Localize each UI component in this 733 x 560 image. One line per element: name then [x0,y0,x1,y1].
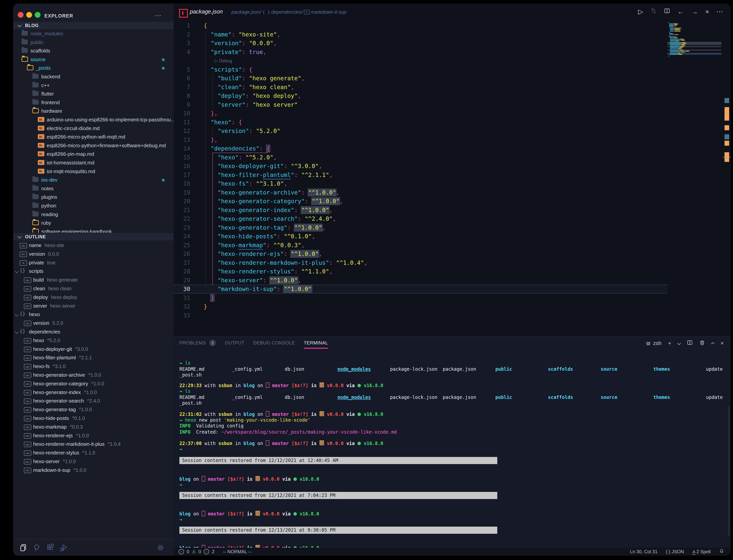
panel-tab-output[interactable]: OUTPUT [225,340,245,346]
tree-item[interactable]: scaffolds [13,47,174,55]
outline-item[interactable]: abccleanhexo clean [13,284,174,293]
tree-item[interactable]: c++ [13,81,174,90]
outline-item[interactable]: {}dependencies [13,327,174,336]
tree-item[interactable]: public [13,38,174,47]
split-terminal-icon[interactable] [687,340,693,347]
code-line[interactable]: 33 [174,311,731,320]
tree-item[interactable]: plugins [13,193,174,201]
outline-item[interactable]: abchexo-renderer-markdown-it-plus^1.0.4 [13,440,174,448]
outline-item[interactable]: abchexo-generator-tag^1.0.0 [13,405,174,414]
warnings-count[interactable]: 0 [199,549,201,554]
tree-item[interactable]: backend [13,72,174,81]
outline-item[interactable]: abcdeployhexo deploy [13,293,174,301]
code-line[interactable]: 23 "hexo-generator-tag": "^1.0.0", [174,223,731,232]
code-line[interactable]: 11 "hexo": { [174,118,731,127]
breadcrumb-file[interactable]: package.json/ [232,9,261,15]
code-line[interactable]: 25 "hexo-markmap": "^0.0.3", [174,241,731,250]
code-line[interactable]: 8 "deploy": "hexo deploy", [174,91,731,100]
breadcrumb-dependencies[interactable]: dependencies/ [271,9,303,15]
code-line[interactable]: 31 } [174,294,731,302]
cursor-position[interactable]: Ln 30, Col 31 [630,549,658,554]
editor-more-icon[interactable]: ⋯ [716,8,723,15]
code-line[interactable]: 13 }, [174,135,731,144]
tree-item[interactable]: M↓esp8266-pin-map.md [13,150,174,158]
outline-item[interactable]: abcbuildhexo generate [13,276,174,284]
outline-item[interactable]: {}scripts [13,267,174,275]
outline-item[interactable]: abchexo-renderer-ejs^1.0.0 [13,431,174,440]
tree-item[interactable]: frontend [13,98,174,107]
forward-icon[interactable]: → [691,8,698,15]
outline-item[interactable]: abchexo-fs^3.1.0 [13,362,174,371]
outline-item[interactable]: abchexo-server^1.0.0 [13,457,174,466]
code-line[interactable]: 3 "version": "0.0.0", [174,39,731,48]
code-line[interactable]: 16 "hexo-deployer-git": "^3.0.0", [174,162,731,171]
close-panel-icon[interactable]: × [721,340,724,346]
outline-item[interactable]: ⇄privatetrue [13,258,174,267]
terminal-dropdown-icon[interactable] [677,341,681,345]
code-line[interactable]: 1{ [174,21,731,30]
section-header-outline[interactable]: OUTLINE [13,233,174,240]
outline-item[interactable]: abcmarkdown-it-sup^1.0.0 [13,466,174,474]
tree-item[interactable]: ruby [13,219,174,227]
code-line[interactable]: 4 "private": true, [174,48,731,57]
active-tab[interactable]: package.json [190,8,223,15]
code-line[interactable]: 14 "dependencies": { [174,144,731,153]
tree-item[interactable]: flutter [13,90,174,98]
gear-icon[interactable] [156,543,165,552]
code-line[interactable]: 18 "hexo-fs": "^3.1.0", [174,179,731,188]
language-mode[interactable]: { } JSON [666,549,684,554]
outline-item[interactable]: abchexo-generator-index^1.0.0 [13,388,174,397]
tree-item[interactable]: python [13,201,174,210]
tree-item[interactable]: hardware [13,107,174,115]
tree-item[interactable]: _posts [13,64,174,72]
outline-item[interactable]: abchexo-generator-category^1.0.0 [13,379,174,388]
code-line[interactable]: 15 "hexo": "^5.2.0", [174,153,731,162]
errors-count[interactable]: 0 [187,549,189,554]
outline-item[interactable]: abcversion0.0.0 [13,250,174,258]
more-actions-icon[interactable]: ⋯ [155,12,162,19]
split-editor-icon[interactable] [664,8,670,15]
tree-item[interactable]: M↓arduino-uno-using-esp8266-to-implement… [13,115,174,124]
launch-profile[interactable]: zsh [645,340,662,346]
maximize-panel-icon[interactable] [711,342,714,346]
tree-item[interactable]: source [13,55,174,64]
codelens[interactable]: ▷ Debug [174,56,731,65]
kill-terminal-icon[interactable] [699,340,705,347]
zoom-button[interactable] [35,12,41,18]
outline-item[interactable]: abcserverhexo server [13,302,174,310]
outline-item[interactable]: abcnamehexo-site [13,241,174,250]
outline-item[interactable]: abchexo-renderer-stylus^1.1.0 [13,448,174,457]
outline-item[interactable]: abchexo-filter-plantuml^2.1.1 [13,353,174,362]
tree-item[interactable]: ios-dev [13,176,174,184]
spell-checker[interactable]: A2 Spell [692,549,711,554]
outline-item[interactable]: abchexo^5.2.0 [13,336,174,345]
code-line[interactable]: 12 "version": "5.2.0" [174,127,731,135]
explorer-icon[interactable] [19,543,28,552]
tree-item[interactable]: M↓iot-homeassistant.md [13,158,174,167]
tree-item[interactable]: M↓iot-mqtt-mosquitto.md [13,167,174,176]
back-icon[interactable]: ← [677,8,684,15]
code-line[interactable]: 24 "hexo-hide-posts": "^0.1.0", [174,232,731,241]
tree-item[interactable]: notes [13,184,174,193]
code-line[interactable]: 17 "hexo-filter-plantuml": "^2.1.1", [174,171,731,179]
minimap[interactable] [667,22,721,68]
source-control-icon[interactable] [650,8,657,15]
code-line[interactable]: 7 "clean": "hexo clean", [174,83,731,92]
code-line[interactable]: 19 "hexo-generator-archive": "^1.0.0", [174,188,731,197]
code-line[interactable]: 21 "hexo-generator-index": "^1.0.0", [174,206,731,215]
panel-tab-terminal[interactable]: TERMINAL [304,340,328,346]
new-terminal-icon[interactable]: + [668,340,671,346]
outline-item[interactable]: abchexo-generator-search^2.4.0 [13,397,174,405]
extensions-icon[interactable] [46,543,55,552]
code-line[interactable]: 10 }, [174,109,731,118]
code-line[interactable]: 5 "scripts": { [174,65,731,74]
tree-item[interactable]: node_modules [13,29,174,38]
tree-item[interactable]: reading [13,210,174,219]
code-line[interactable]: 9 "server": "hexo server" [174,100,731,109]
code-line[interactable]: 29 "hexo-server": "^1.0.0", [174,276,731,285]
minimize-button[interactable] [26,12,32,18]
errors-icon[interactable]: × [179,549,184,554]
run-button[interactable]: ▷ [638,8,643,15]
code-line[interactable]: 26 "hexo-renderer-ejs": "^1.0.0", [174,250,731,258]
code-line[interactable]: 32} [174,302,731,311]
